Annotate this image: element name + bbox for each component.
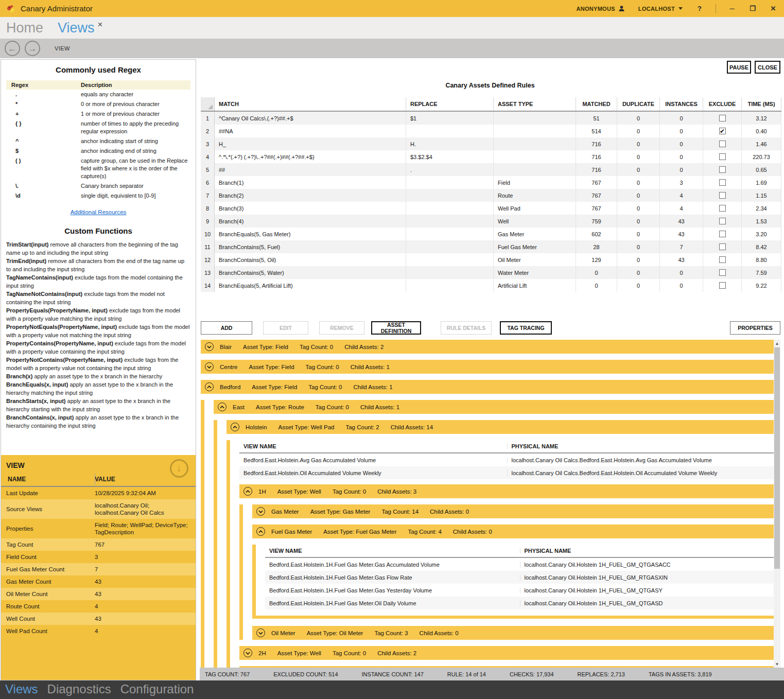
checkbox-unchecked[interactable] [719,153,726,160]
checkbox-unchecked[interactable] [719,282,726,289]
tree-node-name: 1H [258,488,266,495]
tag-row[interactable]: Bedford.East.Holstein.Avg Gas Accumulate… [239,453,774,466]
scroll-down-icon[interactable]: ▼ [774,660,780,668]
checkbox-unchecked[interactable] [719,205,726,212]
user-menu[interactable]: ANONYMOUS [576,5,624,12]
rule-row[interactable]: 3H_H.716001.46 [201,137,781,150]
tab-home[interactable]: Home [6,20,43,36]
asset-type-cell: Artificial Lift [494,279,576,292]
checkbox-unchecked[interactable] [719,256,726,263]
host-selector[interactable]: LOCALHOST [638,6,683,12]
tree-node-header[interactable]: HolsteinAsset Type: Well PadTag Count: 2… [227,420,774,434]
checkbox-checked[interactable]: ✔ [719,128,726,134]
table-corner-cell[interactable] [201,97,215,111]
checkbox-unchecked[interactable] [719,218,726,224]
properties-button[interactable]: PROPERTIES [730,321,780,335]
tag-row[interactable]: Bedford.East.Holstein.1H.Fuel Gas Meter.… [265,571,774,584]
checkbox-unchecked[interactable] [719,269,726,276]
forward-button[interactable]: → [25,41,40,56]
rule-row[interactable]: 7Branch(2)Route767041.15 [201,189,781,202]
chevron-up-icon[interactable] [218,403,227,411]
rule-row[interactable]: 5##.716000.65 [201,163,781,176]
checkbox-unchecked[interactable] [719,179,726,186]
rule-row[interactable]: 8Branch(3)Well Pad767042.34 [201,202,781,215]
tag-row[interactable]: Bedford.East.Holstein.1H.Fuel Gas Meter.… [265,597,774,609]
rule-row[interactable]: 9Branch(4)Well7590431.53 [201,215,781,228]
pause-button[interactable]: PAUSE [727,61,751,74]
rule-row[interactable]: 4^.*\.*(.+?) (.+?)\..+?##(.+)##(.+?##.+$… [201,150,781,163]
column-header[interactable]: MATCHED [576,97,617,111]
rule-row[interactable]: 6Branch(1)Field767031.69 [201,176,781,189]
chevron-up-icon[interactable] [243,487,252,496]
asset-definition-button[interactable]: ASSET DEFINITION [371,321,421,335]
tree-node-header[interactable]: Gas MeterAsset Type: Gas MeterTag Count:… [252,504,774,518]
tree-node-asset-type: Asset Type: Well Pad [278,424,335,430]
chevron-down-icon[interactable] [205,362,214,371]
chevron-down-icon[interactable] [205,342,214,351]
column-header[interactable]: ASSET TYPE [494,97,576,111]
rule-row[interactable]: 13BranchContains(5, Water)Water Meter000… [201,266,781,279]
rule-row[interactable]: 12BranchContains(5, Oil)Oil Meter1290438… [201,253,781,266]
edit-button[interactable]: EDIT [263,321,308,335]
tab-close-icon[interactable]: × [98,20,103,30]
tree-node-header[interactable]: Oil MeterAsset Type: Oil MeterTag Count:… [252,626,774,640]
checkbox-unchecked[interactable] [719,166,726,173]
remove-button[interactable]: REMOVE [319,321,364,335]
footer-tab-views[interactable]: Views [5,680,38,698]
custom-function-item: PropertyContains(PropertyName, input) ex… [6,339,190,356]
column-header[interactable]: REPLACE [406,97,494,111]
window-close-button[interactable]: ✕ [766,5,780,12]
chevron-down-icon[interactable] [256,628,265,637]
tree-node-header[interactable]: 2HAsset Type: WellTag Count: 0Child Asse… [239,646,774,660]
maximize-button[interactable]: ❐ [746,5,759,12]
chevron-down-icon[interactable] [256,507,265,516]
tree-node-asset-type: Asset Type: Oil Meter [307,630,363,636]
tree-scrollbar[interactable]: ▲ ▼ [774,340,780,668]
chevron-up-icon[interactable] [231,423,239,431]
tag-tracing-button[interactable]: TAG TRACING [500,321,552,335]
tree-node-header[interactable]: Fuel Gas MeterAsset Type: Fuel Gas Meter… [252,525,774,538]
column-header[interactable]: TIME (MS) [742,97,781,111]
rule-row[interactable]: 2##NA51400✔0.40 [201,125,781,137]
custom-function-item: TrimStart(input) remove all characters f… [6,240,190,257]
checkbox-unchecked[interactable] [719,231,726,237]
scrollbar-thumb[interactable] [774,347,780,569]
column-header[interactable]: INSTANCES [660,97,703,111]
rule-details-button[interactable]: RULE DETAILS [441,321,492,335]
checkbox-unchecked[interactable] [719,115,726,121]
tree-node-header[interactable]: 1HAsset Type: WellTag Count: 0Child Asse… [239,484,774,498]
minimize-button[interactable]: ─ [725,5,739,12]
chevron-down-icon[interactable] [243,649,252,657]
rule-row[interactable]: 10BranchEquals(5, Gas Meter)Gas Meter602… [201,228,781,240]
help-button[interactable]: ? [693,5,706,12]
tab-views[interactable]: Views [58,20,95,36]
column-header[interactable]: MATCH [215,97,406,111]
back-button[interactable]: ← [5,41,20,56]
chevron-up-icon[interactable] [205,382,214,391]
tree-node-header[interactable]: EastAsset Type: RouteTag Count: 0Child A… [214,400,774,414]
additional-resources-link[interactable]: Additional Resources [1,209,196,215]
add-button[interactable]: ADD [201,321,252,335]
chevron-up-icon[interactable] [256,527,265,536]
column-header[interactable]: EXCLUDE [703,97,742,111]
checkbox-unchecked[interactable] [719,141,726,147]
rule-row[interactable]: 1^Canary Oil Calcs\.(.+?)##.+$$151003.12 [201,112,781,125]
tag-row[interactable]: Bedford.East.Holstein.Oil Accumulated Vo… [239,466,774,479]
tree-node-header[interactable]: CentreAsset Type: FieldTag Count: 0Child… [201,360,774,374]
rule-row[interactable]: 11BranchContains(5, Fuel)Fuel Gas Meter2… [201,240,781,253]
tree-node-header[interactable]: BlairAsset Type: FieldTag Count: 0Child … [201,340,774,354]
footer-tab-diagnostics[interactable]: Diagnostics [47,680,111,698]
tree-node-header[interactable]: BedfordAsset Type: FieldTag Count: 0Chil… [201,380,774,394]
rule-row[interactable]: 14BranchEquals(5, Artificial Lift)Artifi… [201,279,781,292]
rules-main-panel: PAUSE CLOSE Canary Assets Defined Rules … [200,58,784,668]
footer-tab-configuration[interactable]: Configuration [120,680,194,698]
collapse-panel-button[interactable]: ↓ [170,459,188,478]
tag-row[interactable]: Bedford.East.Holstein.1H.Fuel Gas Meter.… [265,558,774,571]
checkbox-unchecked[interactable] [719,192,726,199]
close-button[interactable]: CLOSE [755,61,780,74]
scroll-up-icon[interactable]: ▲ [774,340,780,347]
tag-row[interactable]: Bedford.East.Holstein.1H.Fuel Gas Meter.… [265,584,774,597]
time-cell: 3.20 [742,228,781,240]
column-header[interactable]: DUPLICATE [617,97,660,111]
checkbox-unchecked[interactable] [719,243,726,250]
